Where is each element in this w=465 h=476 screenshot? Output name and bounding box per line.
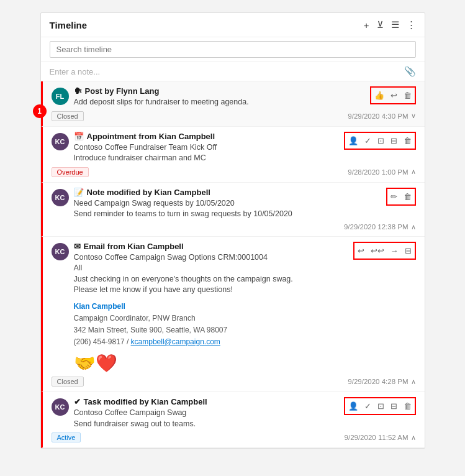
- post-header: FL 🗣 Post by Flynn Lang Add deposit slip…: [52, 86, 416, 108]
- note-content: 📝 Note modified by Kian Campbell Need Ca…: [74, 188, 381, 220]
- post-type-icon: 🗣: [74, 86, 82, 96]
- post-content: 🗣 Post by Flynn Lang Add deposit slips f…: [74, 86, 365, 108]
- post-timestamp: 9/29/2020 4:30 PM ∨: [348, 112, 415, 120]
- timeline-panel: Timeline + ⊻ ☰ ⋮ Enter a note... 📎: [40, 12, 425, 449]
- assign-icon[interactable]: 👤: [347, 135, 359, 147]
- print-icon[interactable]: ⊡: [376, 135, 386, 147]
- task-type: ✔ Task modified by Kian Campbell: [74, 397, 339, 406]
- appt-type-icon: 📅: [74, 132, 84, 141]
- reply-icon[interactable]: ↩: [389, 89, 399, 101]
- avatar-fl: FL: [52, 88, 69, 105]
- task-content: ✔ Task modified by Kian Campbell Contoso…: [74, 397, 339, 429]
- sig-title: Campaign Coordinator, PNW Branch: [74, 313, 348, 324]
- note-timestamp: 9/29/2020 12:38 PM ∧: [344, 223, 416, 231]
- edit-icon[interactable]: ✏: [389, 191, 399, 203]
- appt-status: Overdue: [52, 167, 89, 177]
- delete-icon-task[interactable]: 🗑: [402, 400, 413, 412]
- sort-icon[interactable]: ☰: [391, 19, 399, 30]
- timeline-item-email: KC ✉ Email from Kian Campbell Contoso Co…: [41, 237, 425, 393]
- post-actions: 👍 ↩ 🗑: [370, 86, 416, 104]
- note-type: 📝 Note modified by Kian Campbell: [74, 188, 381, 197]
- appt-content: 📅 Appointment from Kian Campbell Contoso…: [74, 132, 339, 164]
- email-left: KC ✉ Email from Kian Campbell Contoso Co…: [52, 242, 348, 374]
- timeline-items: FL 🗣 Post by Flynn Lang Add deposit slip…: [41, 81, 425, 448]
- complete-icon[interactable]: ✓: [363, 135, 372, 147]
- delete-icon[interactable]: 🗑: [402, 89, 413, 101]
- appt-type: 📅 Appointment from Kian Campbell: [74, 132, 339, 141]
- annotation-1: 1: [33, 104, 47, 118]
- appt-desc: Contoso Coffee Fundraiser Team Kick OffI…: [74, 142, 339, 164]
- email-status: Closed: [52, 377, 84, 387]
- note-left: KC 📝 Note modified by Kian Campbell Need…: [52, 188, 381, 220]
- task-actions: 👤 ✓ ⊡ ⊟ 🗑: [344, 397, 416, 415]
- email-header: KC ✉ Email from Kian Campbell Contoso Co…: [52, 242, 416, 374]
- timeline-item-task: KC ✔ Task modified by Kian Campbell Cont…: [41, 392, 425, 448]
- avatar-kc-task: KC: [52, 398, 69, 416]
- sig-address: 342 Main Street, Suite 900, Seattle, WA …: [74, 324, 348, 336]
- search-input[interactable]: [50, 41, 416, 58]
- appt-timestamp: 9/28/2020 1:00 PM ∧: [348, 168, 415, 176]
- note-placeholder[interactable]: Enter a note...: [50, 67, 101, 76]
- more-icon[interactable]: ⋮: [407, 19, 416, 30]
- print-icon-task[interactable]: ⊡: [376, 400, 386, 412]
- forward-icon[interactable]: →: [389, 245, 400, 257]
- view-icon-task[interactable]: ⊟: [389, 400, 399, 412]
- email-signature: Kian Campbell Campaign Coordinator, PNW …: [74, 301, 348, 349]
- reply-icon-email[interactable]: ↩: [356, 245, 366, 257]
- task-timestamp: 9/29/2020 11:52 AM ∧: [345, 434, 416, 442]
- post-status: Closed: [52, 111, 84, 121]
- note-type-icon: 📝: [74, 188, 84, 197]
- email-content: ✉ Email from Kian Campbell Contoso Coffe…: [74, 242, 348, 374]
- delete-icon-note[interactable]: 🗑: [402, 191, 413, 203]
- timeline-item-note: KC 📝 Note modified by Kian Campbell Need…: [41, 183, 425, 237]
- task-left: KC ✔ Task modified by Kian Campbell Cont…: [52, 397, 339, 429]
- avatar-kc-note: KC: [52, 189, 69, 206]
- email-type-icon: ✉: [74, 242, 81, 251]
- appt-header: KC 📅 Appointment from Kian Campbell Cont…: [52, 132, 416, 164]
- sig-contact: (206) 454-9817 / kcampbell@campaign.com: [74, 336, 348, 348]
- task-chevron[interactable]: ∧: [411, 434, 416, 442]
- task-footer: Active 9/29/2020 11:52 AM ∧: [52, 433, 416, 442]
- note-actions: ✏ 🗑: [386, 188, 416, 206]
- email-actions: ↩ ↩↩ → ⊟: [353, 242, 416, 260]
- task-header: KC ✔ Task modified by Kian Campbell Cont…: [52, 397, 416, 429]
- email-chevron[interactable]: ∧: [411, 378, 416, 386]
- complete-icon-task[interactable]: ✓: [363, 400, 372, 412]
- note-footer: 9/29/2020 12:38 PM ∧: [52, 223, 416, 231]
- assign-icon-task[interactable]: 👤: [347, 400, 359, 412]
- panel-title: Timeline: [50, 20, 364, 30]
- post-left: FL 🗣 Post by Flynn Lang Add deposit slip…: [52, 86, 365, 108]
- post-type: 🗣 Post by Flynn Lang: [74, 86, 365, 96]
- email-timestamp: 9/29/2020 4:28 PM ∧: [348, 378, 415, 386]
- appt-left: KC 📅 Appointment from Kian Campbell Cont…: [52, 132, 339, 164]
- header-icons: + ⊻ ☰ ⋮: [364, 19, 416, 30]
- email-type: ✉ Email from Kian Campbell: [74, 242, 348, 251]
- reply-all-icon[interactable]: ↩↩: [369, 245, 386, 257]
- filter-icon[interactable]: ⊻: [377, 19, 384, 30]
- email-footer: Closed 9/29/2020 4:28 PM ∧: [52, 377, 416, 387]
- task-type-icon: ✔: [74, 397, 81, 406]
- post-footer: Closed 9/29/2020 4:30 PM ∨: [52, 111, 416, 121]
- paperclip-icon[interactable]: 📎: [404, 66, 416, 77]
- view-icon[interactable]: ⊟: [389, 135, 399, 147]
- avatar-kc-appt: KC: [52, 133, 69, 150]
- thumbs-up-icon[interactable]: 👍: [373, 89, 386, 101]
- sig-name: Kian Campbell: [74, 301, 348, 313]
- add-icon[interactable]: +: [364, 20, 369, 30]
- note-header: KC 📝 Note modified by Kian Campbell Need…: [52, 188, 416, 220]
- panel-header: Timeline + ⊻ ☰ ⋮: [41, 13, 425, 37]
- search-bar: [41, 37, 425, 62]
- appt-chevron[interactable]: ∧: [411, 168, 416, 176]
- note-desc: Need Campaign Swag requests by 10/05/202…: [74, 198, 381, 220]
- task-desc: Contoso Coffee Campaign SwagSend fundrai…: [74, 408, 339, 429]
- post-chevron[interactable]: ∨: [411, 112, 416, 120]
- view-icon-email[interactable]: ⊟: [404, 245, 413, 257]
- post-desc: Add deposit slips for fundraiser to meet…: [74, 97, 365, 108]
- delete-icon-appt[interactable]: 🗑: [402, 135, 413, 147]
- appt-actions: 👤 ✓ ⊡ ⊟ 🗑: [344, 132, 416, 150]
- sig-email[interactable]: kcampbell@campaign.com: [131, 337, 220, 346]
- note-area: Enter a note... 📎: [41, 62, 425, 81]
- avatar-kc-email: KC: [52, 243, 69, 260]
- timeline-item-post: FL 🗣 Post by Flynn Lang Add deposit slip…: [41, 81, 425, 127]
- note-chevron[interactable]: ∧: [411, 223, 416, 231]
